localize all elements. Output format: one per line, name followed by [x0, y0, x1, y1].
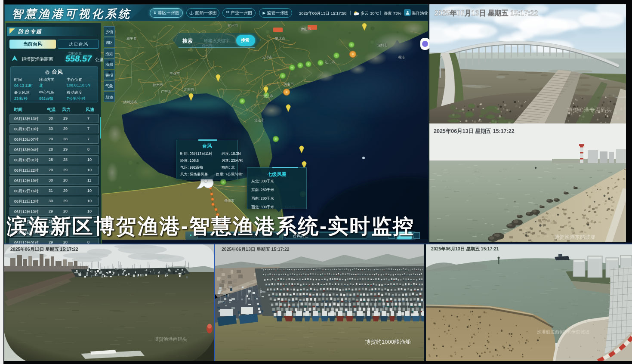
svg-text:博贺渔港专用码头: 博贺渔港专用码头: [567, 107, 612, 113]
svg-text:博贺渔港西码头: 博贺渔港西码头: [154, 336, 187, 342]
svg-text:2025年06月13日 星期五 15:17:22: 2025年06月13日 星期五 15:17:22: [434, 128, 515, 134]
svg-text:渔港航道西侧200米防波堤: 渔港航道西侧200米防波堤: [537, 329, 590, 334]
svg-text:2025年06月13日 星期五 15:17:22: 2025年06月13日 星期五 15:17:22: [222, 247, 290, 252]
svg-text:2025年06月13日 星期五 15:17:21: 2025年06月13日 星期五 15:17:21: [431, 246, 499, 251]
svg-text:2025年06月13日 星期五 15:17:22: 2025年06月13日 星期五 15:17:22: [10, 247, 78, 252]
svg-text:博贺渔港东防波堤: 博贺渔港东防波堤: [554, 234, 595, 240]
svg-text:博贺约1000艘渔船: 博贺约1000艘渔船: [365, 339, 411, 345]
svg-text:2025年06月13日 星期五 15:17:22: 2025年06月13日 星期五 15:17:22: [435, 9, 538, 17]
